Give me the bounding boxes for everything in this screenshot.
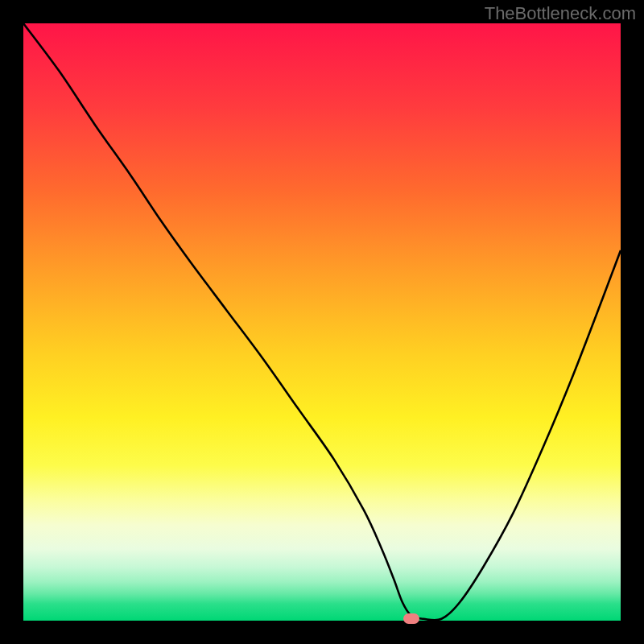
- optimal-point-marker: [403, 613, 419, 624]
- watermark-text: TheBottleneck.com: [485, 3, 636, 24]
- chart-container: TheBottleneck.com: [0, 0, 644, 644]
- bottleneck-curve: [23, 23, 621, 621]
- plot-area: [23, 23, 621, 621]
